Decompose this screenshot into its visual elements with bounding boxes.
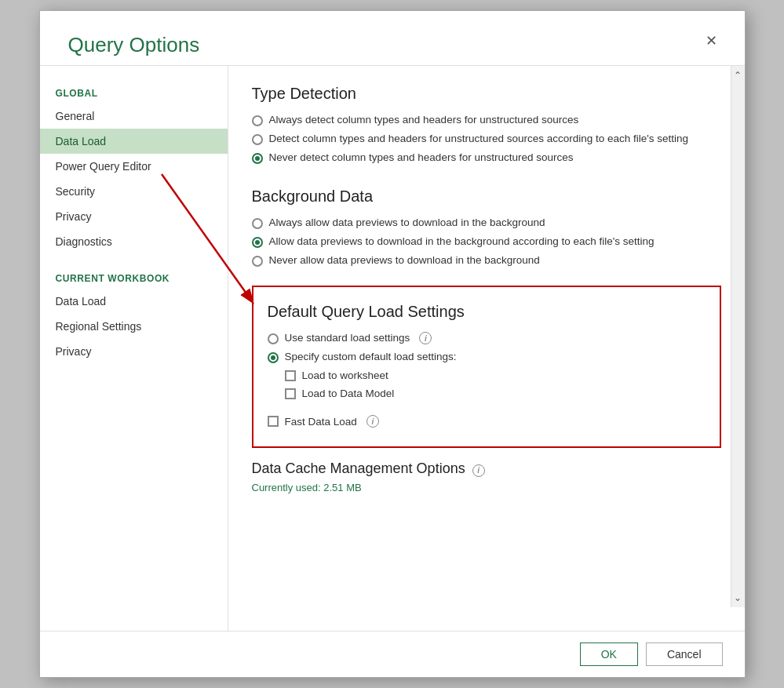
sidebar-item-data-load-global[interactable]: Data Load bbox=[40, 129, 228, 154]
data-cache-section: Data Cache Management Options i Currentl… bbox=[252, 460, 721, 493]
footer-bar: OK Cancel bbox=[40, 631, 745, 677]
close-button[interactable]: ✕ bbox=[701, 30, 723, 52]
use-standard-load-option[interactable]: Use standard load settings i bbox=[268, 332, 706, 344]
scroll-area: Type Detection Always detect column type… bbox=[252, 82, 721, 615]
query-options-dialog: Query Options ✕ GLOBAL General Data Load… bbox=[39, 10, 746, 678]
default-query-title: Default Query Load Settings bbox=[268, 303, 706, 321]
radio-bg-per-file[interactable] bbox=[252, 237, 263, 248]
ok-button[interactable]: OK bbox=[580, 642, 638, 666]
background-data-title: Background Data bbox=[252, 187, 721, 206]
workbook-section-label: CURRENT WORKBOOK bbox=[40, 267, 228, 289]
type-detection-option-1[interactable]: Always detect column types and headers f… bbox=[252, 114, 721, 126]
checkbox-fast-data-load[interactable] bbox=[268, 416, 279, 427]
scroll-thumb[interactable] bbox=[731, 85, 745, 588]
radio-never-bg[interactable] bbox=[252, 256, 263, 267]
data-cache-info-icon[interactable]: i bbox=[472, 464, 485, 477]
dialog-title: Query Options bbox=[68, 33, 701, 57]
standard-load-info-icon[interactable]: i bbox=[419, 332, 432, 344]
background-data-options: Always allow data previews to download i… bbox=[252, 217, 721, 267]
sidebar-item-data-load-workbook[interactable]: Data Load bbox=[40, 289, 228, 314]
radio-never-detect[interactable] bbox=[252, 153, 263, 164]
sidebar-item-general[interactable]: General bbox=[40, 104, 228, 129]
type-detection-option-3[interactable]: Never detect column types and headers fo… bbox=[252, 151, 721, 164]
load-to-data-model-option[interactable]: Load to Data Model bbox=[268, 388, 706, 399]
data-cache-value: Currently used: 2.51 MB bbox=[252, 482, 721, 493]
fast-data-load-info-icon[interactable]: i bbox=[366, 415, 379, 428]
type-detection-option-2[interactable]: Detect column types and headers for unst… bbox=[252, 133, 721, 145]
sidebar-item-regional-settings[interactable]: Regional Settings bbox=[40, 314, 228, 339]
sidebar-item-privacy-workbook[interactable]: Privacy bbox=[40, 339, 228, 364]
default-query-load-box: Default Query Load Settings Use standard… bbox=[252, 286, 721, 448]
load-to-worksheet-option[interactable]: Load to worksheet bbox=[268, 369, 706, 381]
bg-data-option-1[interactable]: Always allow data previews to download i… bbox=[252, 217, 721, 229]
cancel-button[interactable]: Cancel bbox=[646, 642, 723, 666]
radio-standard-load[interactable] bbox=[268, 333, 279, 344]
checkbox-load-data-model[interactable] bbox=[285, 388, 296, 399]
type-detection-title: Type Detection bbox=[252, 85, 721, 103]
radio-custom-load[interactable] bbox=[268, 352, 279, 363]
radio-always-bg[interactable] bbox=[252, 218, 263, 229]
radio-detect-per-file[interactable] bbox=[252, 134, 263, 145]
sidebar-item-diagnostics[interactable]: Diagnostics bbox=[40, 229, 228, 254]
scrollbar: ⌃ ⌄ bbox=[731, 66, 745, 607]
fast-data-load-option[interactable]: Fast Data Load i bbox=[268, 415, 706, 428]
global-section-label: GLOBAL bbox=[40, 82, 228, 104]
title-bar: Query Options ✕ bbox=[40, 11, 745, 65]
bg-data-option-2[interactable]: Allow data previews to download in the b… bbox=[252, 235, 721, 248]
sidebar-item-security[interactable]: Security bbox=[40, 179, 228, 204]
sidebar: GLOBAL General Data Load Power Query Edi… bbox=[40, 66, 228, 631]
specify-custom-load-option[interactable]: Specify custom default load settings: bbox=[268, 351, 706, 363]
bg-data-option-3[interactable]: Never allow data previews to download in… bbox=[252, 254, 721, 267]
main-content: Type Detection Always detect column type… bbox=[228, 66, 745, 631]
scroll-down-button[interactable]: ⌄ bbox=[731, 588, 745, 607]
scroll-up-button[interactable]: ⌃ bbox=[731, 66, 745, 85]
content-area: GLOBAL General Data Load Power Query Edi… bbox=[40, 65, 745, 631]
sidebar-item-power-query-editor[interactable]: Power Query Editor bbox=[40, 154, 228, 179]
type-detection-options: Always detect column types and headers f… bbox=[252, 114, 721, 164]
radio-always-detect[interactable] bbox=[252, 115, 263, 126]
sidebar-item-privacy-global[interactable]: Privacy bbox=[40, 204, 228, 229]
data-cache-title: Data Cache Management Options i bbox=[252, 460, 721, 477]
checkbox-load-worksheet[interactable] bbox=[285, 370, 296, 381]
